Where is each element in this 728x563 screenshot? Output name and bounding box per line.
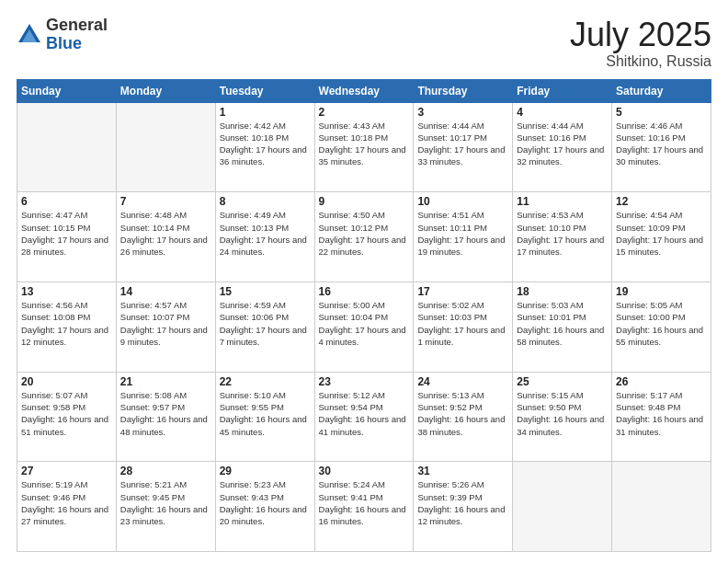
day-number: 13 — [21, 285, 112, 298]
day-cell-2-2: 15Sunrise: 4:59 AM Sunset: 10:06 PM Dayl… — [215, 282, 314, 372]
day-number: 18 — [517, 285, 608, 298]
logo-icon — [17, 22, 42, 48]
header-sunday: Sunday — [17, 79, 117, 102]
day-info: Sunrise: 5:26 AM Sunset: 9:39 PM Dayligh… — [417, 478, 508, 527]
day-cell-0-6: 5Sunrise: 4:46 AM Sunset: 10:16 PM Dayli… — [612, 102, 711, 192]
week-row-3: 13Sunrise: 4:56 AM Sunset: 10:08 PM Dayl… — [17, 282, 711, 372]
day-cell-3-2: 22Sunrise: 5:10 AM Sunset: 9:55 PM Dayli… — [215, 372, 314, 462]
day-number: 3 — [417, 106, 508, 119]
day-cell-3-5: 25Sunrise: 5:15 AM Sunset: 9:50 PM Dayli… — [513, 372, 612, 462]
day-cell-1-2: 8Sunrise: 4:49 AM Sunset: 10:13 PM Dayli… — [215, 192, 314, 282]
day-info: Sunrise: 5:13 AM Sunset: 9:52 PM Dayligh… — [417, 389, 508, 438]
day-number: 23 — [319, 375, 410, 388]
day-info: Sunrise: 5:24 AM Sunset: 9:41 PM Dayligh… — [319, 478, 410, 527]
day-info: Sunrise: 4:43 AM Sunset: 10:18 PM Daylig… — [319, 120, 410, 168]
day-number: 5 — [616, 106, 707, 119]
day-cell-3-0: 20Sunrise: 5:07 AM Sunset: 9:58 PM Dayli… — [17, 372, 117, 462]
day-cell-1-0: 6Sunrise: 4:47 AM Sunset: 10:15 PM Dayli… — [17, 192, 117, 282]
day-cell-0-4: 3Sunrise: 4:44 AM Sunset: 10:17 PM Dayli… — [414, 102, 513, 192]
day-number: 1 — [220, 106, 311, 119]
header-saturday: Saturday — [612, 79, 711, 102]
day-cell-2-1: 14Sunrise: 4:57 AM Sunset: 10:07 PM Dayl… — [116, 282, 215, 372]
day-cell-0-0 — [17, 102, 117, 192]
day-number: 15 — [220, 285, 311, 298]
calendar-header-row: Sunday Monday Tuesday Wednesday Thursday… — [17, 79, 711, 102]
day-cell-3-1: 21Sunrise: 5:08 AM Sunset: 9:57 PM Dayli… — [116, 372, 215, 462]
day-number: 4 — [517, 106, 608, 119]
day-number: 17 — [417, 285, 508, 298]
header-monday: Monday — [116, 79, 215, 102]
day-number: 31 — [417, 465, 508, 477]
day-info: Sunrise: 5:10 AM Sunset: 9:55 PM Dayligh… — [220, 389, 311, 438]
title-location: Shitkino, Russia — [570, 53, 711, 70]
day-number: 19 — [616, 285, 707, 298]
day-info: Sunrise: 4:54 AM Sunset: 10:09 PM Daylig… — [616, 209, 707, 258]
day-number: 24 — [417, 375, 508, 388]
title-block: July 2025 Shitkino, Russia — [570, 17, 711, 70]
day-info: Sunrise: 5:00 AM Sunset: 10:04 PM Daylig… — [319, 299, 410, 348]
day-info: Sunrise: 4:42 AM Sunset: 10:18 PM Daylig… — [220, 120, 311, 168]
page: General Blue July 2025 Shitkino, Russia … — [0, 0, 728, 563]
day-number: 9 — [319, 195, 410, 208]
day-number: 25 — [517, 375, 608, 388]
day-info: Sunrise: 4:57 AM Sunset: 10:07 PM Daylig… — [120, 299, 211, 348]
header-wednesday: Wednesday — [314, 79, 414, 102]
day-number: 14 — [120, 285, 211, 298]
day-cell-0-1 — [116, 102, 215, 192]
day-cell-2-0: 13Sunrise: 4:56 AM Sunset: 10:08 PM Dayl… — [17, 282, 117, 372]
day-cell-0-3: 2Sunrise: 4:43 AM Sunset: 10:18 PM Dayli… — [314, 102, 414, 192]
day-info: Sunrise: 4:51 AM Sunset: 10:11 PM Daylig… — [417, 209, 508, 258]
day-info: Sunrise: 4:53 AM Sunset: 10:10 PM Daylig… — [517, 209, 608, 258]
day-number: 28 — [120, 465, 211, 477]
day-cell-3-6: 26Sunrise: 5:17 AM Sunset: 9:48 PM Dayli… — [612, 372, 711, 462]
day-info: Sunrise: 5:23 AM Sunset: 9:43 PM Dayligh… — [220, 478, 311, 527]
title-month: July 2025 — [570, 17, 711, 53]
week-row-1: 1Sunrise: 4:42 AM Sunset: 10:18 PM Dayli… — [17, 102, 711, 192]
day-info: Sunrise: 5:21 AM Sunset: 9:45 PM Dayligh… — [120, 478, 211, 527]
day-cell-2-3: 16Sunrise: 5:00 AM Sunset: 10:04 PM Dayl… — [314, 282, 414, 372]
logo-blue: Blue — [46, 34, 82, 52]
day-info: Sunrise: 4:46 AM Sunset: 10:16 PM Daylig… — [616, 120, 707, 168]
day-info: Sunrise: 5:05 AM Sunset: 10:00 PM Daylig… — [616, 299, 707, 348]
day-number: 10 — [417, 195, 508, 208]
day-info: Sunrise: 5:12 AM Sunset: 9:54 PM Dayligh… — [319, 389, 410, 438]
day-cell-3-4: 24Sunrise: 5:13 AM Sunset: 9:52 PM Dayli… — [414, 372, 513, 462]
day-cell-2-6: 19Sunrise: 5:05 AM Sunset: 10:00 PM Dayl… — [612, 282, 711, 372]
day-cell-2-4: 17Sunrise: 5:02 AM Sunset: 10:03 PM Dayl… — [414, 282, 513, 372]
day-number: 30 — [319, 465, 410, 477]
day-cell-3-3: 23Sunrise: 5:12 AM Sunset: 9:54 PM Dayli… — [314, 372, 414, 462]
day-number: 22 — [220, 375, 311, 388]
day-info: Sunrise: 4:59 AM Sunset: 10:06 PM Daylig… — [220, 299, 311, 348]
day-number: 29 — [220, 465, 311, 477]
day-number: 16 — [319, 285, 410, 298]
header-tuesday: Tuesday — [215, 79, 314, 102]
day-cell-1-6: 12Sunrise: 4:54 AM Sunset: 10:09 PM Dayl… — [612, 192, 711, 282]
day-number: 27 — [21, 465, 112, 477]
day-info: Sunrise: 4:44 AM Sunset: 10:16 PM Daylig… — [517, 120, 608, 168]
week-row-4: 20Sunrise: 5:07 AM Sunset: 9:58 PM Dayli… — [17, 372, 711, 462]
day-info: Sunrise: 5:15 AM Sunset: 9:50 PM Dayligh… — [517, 389, 608, 438]
day-info: Sunrise: 5:03 AM Sunset: 10:01 PM Daylig… — [517, 299, 608, 348]
day-cell-4-6 — [612, 462, 711, 552]
day-number: 26 — [616, 375, 707, 388]
day-number: 20 — [21, 375, 112, 388]
day-cell-4-3: 30Sunrise: 5:24 AM Sunset: 9:41 PM Dayli… — [314, 462, 414, 552]
day-info: Sunrise: 4:56 AM Sunset: 10:08 PM Daylig… — [21, 299, 112, 348]
day-number: 2 — [319, 106, 410, 119]
day-cell-0-5: 4Sunrise: 4:44 AM Sunset: 10:16 PM Dayli… — [513, 102, 612, 192]
day-cell-4-0: 27Sunrise: 5:19 AM Sunset: 9:46 PM Dayli… — [17, 462, 117, 552]
day-info: Sunrise: 5:08 AM Sunset: 9:57 PM Dayligh… — [120, 389, 211, 438]
calendar-table: Sunday Monday Tuesday Wednesday Thursday… — [17, 79, 711, 552]
day-info: Sunrise: 5:02 AM Sunset: 10:03 PM Daylig… — [417, 299, 508, 348]
day-info: Sunrise: 5:19 AM Sunset: 9:46 PM Dayligh… — [21, 478, 112, 527]
header-friday: Friday — [513, 79, 612, 102]
day-number: 6 — [21, 195, 112, 208]
day-info: Sunrise: 4:50 AM Sunset: 10:12 PM Daylig… — [319, 209, 410, 258]
day-cell-1-4: 10Sunrise: 4:51 AM Sunset: 10:11 PM Dayl… — [414, 192, 513, 282]
header: General Blue July 2025 Shitkino, Russia — [17, 17, 711, 70]
day-cell-0-2: 1Sunrise: 4:42 AM Sunset: 10:18 PM Dayli… — [215, 102, 314, 192]
day-info: Sunrise: 4:48 AM Sunset: 10:14 PM Daylig… — [120, 209, 211, 258]
day-cell-2-5: 18Sunrise: 5:03 AM Sunset: 10:01 PM Dayl… — [513, 282, 612, 372]
day-cell-4-1: 28Sunrise: 5:21 AM Sunset: 9:45 PM Dayli… — [116, 462, 215, 552]
day-cell-1-5: 11Sunrise: 4:53 AM Sunset: 10:10 PM Dayl… — [513, 192, 612, 282]
